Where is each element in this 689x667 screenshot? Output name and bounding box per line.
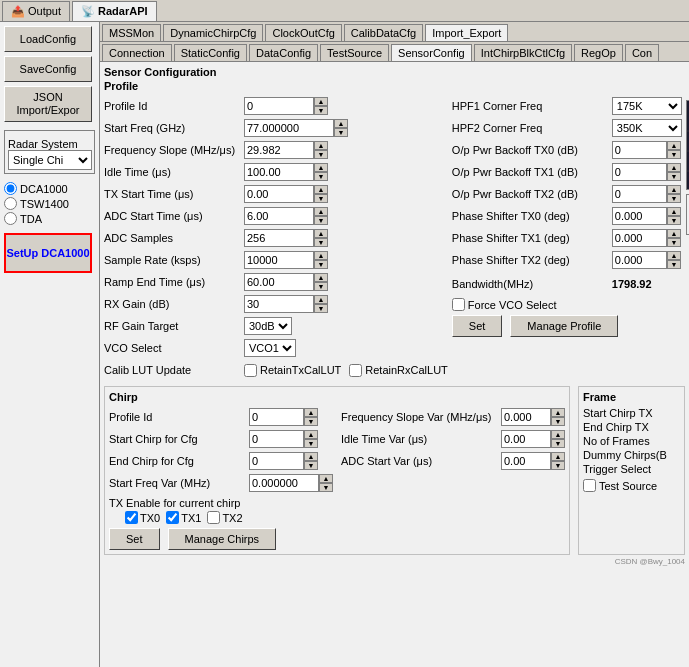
chirp-set-button[interactable]: Set: [109, 528, 160, 550]
adc-start-time-up[interactable]: ▲: [314, 207, 328, 216]
rx-gain-down[interactable]: ▼: [314, 304, 328, 313]
tab-staticconfig[interactable]: StaticConfig: [174, 44, 247, 61]
ramp-end-time-input[interactable]: [244, 273, 314, 291]
pwr-backoff-tx2-down[interactable]: ▼: [667, 194, 681, 203]
ramp-end-time-down[interactable]: ▼: [314, 282, 328, 291]
phase-shifter-tx1-input[interactable]: [612, 229, 667, 247]
pwr-backoff-tx2-up[interactable]: ▲: [667, 185, 681, 194]
chirp-profile-id-input[interactable]: [249, 408, 304, 426]
json-import-export-button[interactable]: JSON Import/Expor: [4, 86, 92, 122]
adc-samples-input[interactable]: [244, 229, 314, 247]
output-tab[interactable]: 📤 Output: [2, 1, 70, 21]
profile-id-up[interactable]: ▲: [314, 97, 328, 106]
dca1000-radio[interactable]: [4, 182, 17, 195]
tx-start-time-up[interactable]: ▲: [314, 185, 328, 194]
tab-dynamiccbirpcfg[interactable]: DynamicChirpCfg: [163, 24, 263, 41]
tab-dataconfig[interactable]: DataConfig: [249, 44, 318, 61]
profile-id-input[interactable]: [244, 97, 314, 115]
freq-slope-input[interactable]: [244, 141, 314, 159]
idle-time-up[interactable]: ▲: [314, 163, 328, 172]
load-config-button[interactable]: LoadConfig: [4, 26, 92, 52]
idle-time-var-input[interactable]: [501, 430, 551, 448]
radar-system-combo[interactable]: Single Chi: [8, 150, 92, 170]
retain-rx-cal-lut-check[interactable]: [349, 364, 362, 377]
hpf2-combo[interactable]: 350K: [612, 119, 682, 137]
idle-time-down[interactable]: ▼: [314, 172, 328, 181]
tda-radio[interactable]: [4, 212, 17, 225]
tsw1400-radio[interactable]: [4, 197, 17, 210]
adc-start-var-input[interactable]: [501, 452, 551, 470]
pwr-backoff-tx1-down[interactable]: ▼: [667, 172, 681, 181]
phase-shifter-tx2-up[interactable]: ▲: [667, 251, 681, 260]
phase-shifter-tx1-up[interactable]: ▲: [667, 229, 681, 238]
pwr-backoff-tx2-input[interactable]: [612, 185, 667, 203]
rf-gain-target-combo[interactable]: 30dB: [244, 317, 292, 335]
end-chirp-cfg-down[interactable]: ▼: [304, 461, 318, 470]
phase-shifter-tx0-input[interactable]: [612, 207, 667, 225]
adc-start-var-up[interactable]: ▲: [551, 452, 565, 461]
tab-intchirp[interactable]: IntChirpBlkCtlCfg: [474, 44, 572, 61]
tx0-check[interactable]: [125, 511, 138, 524]
start-freq-var-down[interactable]: ▼: [319, 483, 333, 492]
tab-connection[interactable]: Connection: [102, 44, 172, 61]
tx-start-time-down[interactable]: ▼: [314, 194, 328, 203]
idle-time-var-up[interactable]: ▲: [551, 430, 565, 439]
retain-tx-cal-lut-check[interactable]: [244, 364, 257, 377]
tab-con[interactable]: Con: [625, 44, 659, 61]
adc-samples-up[interactable]: ▲: [314, 229, 328, 238]
phase-shifter-tx1-down[interactable]: ▼: [667, 238, 681, 247]
ramp-end-time-up[interactable]: ▲: [314, 273, 328, 282]
freq-slope-var-down[interactable]: ▼: [551, 417, 565, 426]
manage-chirps-button[interactable]: Manage Chirps: [168, 528, 277, 550]
phase-shifter-tx2-down[interactable]: ▼: [667, 260, 681, 269]
sample-rate-down[interactable]: ▼: [314, 260, 328, 269]
idle-time-var-down[interactable]: ▼: [551, 439, 565, 448]
tx2-check[interactable]: [207, 511, 220, 524]
hpf1-combo[interactable]: 175K: [612, 97, 682, 115]
end-chirp-cfg-up[interactable]: ▲: [304, 452, 318, 461]
start-chirp-cfg-up[interactable]: ▲: [304, 430, 318, 439]
end-chirp-cfg-input[interactable]: [249, 452, 304, 470]
manage-profile-button[interactable]: Manage Profile: [510, 315, 618, 337]
freq-slope-down[interactable]: ▼: [314, 150, 328, 159]
start-freq-input[interactable]: [244, 119, 334, 137]
tab-calibdatacfg[interactable]: CalibDataCfg: [344, 24, 423, 41]
pwr-backoff-tx0-up[interactable]: ▲: [667, 141, 681, 150]
tab-regop[interactable]: RegOp: [574, 44, 623, 61]
radarapi-tab[interactable]: 📡 RadarAPI: [72, 1, 157, 21]
start-freq-up[interactable]: ▲: [334, 119, 348, 128]
rx-gain-input[interactable]: [244, 295, 314, 313]
tx-start-time-input[interactable]: [244, 185, 314, 203]
start-freq-var-input[interactable]: [249, 474, 319, 492]
force-vco-select-check[interactable]: [452, 298, 465, 311]
pwr-backoff-tx0-down[interactable]: ▼: [667, 150, 681, 159]
rx-gain-up[interactable]: ▲: [314, 295, 328, 304]
test-source-check[interactable]: [583, 479, 596, 492]
tab-sensorconfig[interactable]: SensorConfig: [391, 44, 472, 61]
tab-testsource[interactable]: TestSource: [320, 44, 389, 61]
start-chirp-cfg-input[interactable]: [249, 430, 304, 448]
start-freq-down[interactable]: ▼: [334, 128, 348, 137]
adc-samples-down[interactable]: ▼: [314, 238, 328, 247]
start-freq-var-up[interactable]: ▲: [319, 474, 333, 483]
freq-slope-var-input[interactable]: [501, 408, 551, 426]
sample-rate-up[interactable]: ▲: [314, 251, 328, 260]
tab-mssmon[interactable]: MSSMon: [102, 24, 161, 41]
phase-shifter-tx0-down[interactable]: ▼: [667, 216, 681, 225]
adc-start-time-down[interactable]: ▼: [314, 216, 328, 225]
phase-shifter-tx0-up[interactable]: ▲: [667, 207, 681, 216]
chirp-profile-id-down[interactable]: ▼: [304, 417, 318, 426]
adc-start-var-down[interactable]: ▼: [551, 461, 565, 470]
profile-id-down[interactable]: ▼: [314, 106, 328, 115]
freq-slope-up[interactable]: ▲: [314, 141, 328, 150]
tab-clockoutcfg[interactable]: ClockOutCfg: [265, 24, 341, 41]
sample-rate-input[interactable]: [244, 251, 314, 269]
start-chirp-cfg-down[interactable]: ▼: [304, 439, 318, 448]
setup-dca1000-button[interactable]: SetUp DCA1000: [4, 233, 92, 273]
tab-import-export[interactable]: Import_Export: [425, 24, 508, 41]
save-config-button[interactable]: SaveConfig: [4, 56, 92, 82]
vco-select-combo[interactable]: VCO1: [244, 339, 296, 357]
chirp-profile-id-up[interactable]: ▲: [304, 408, 318, 417]
pwr-backoff-tx1-up[interactable]: ▲: [667, 163, 681, 172]
phase-shifter-tx2-input[interactable]: [612, 251, 667, 269]
